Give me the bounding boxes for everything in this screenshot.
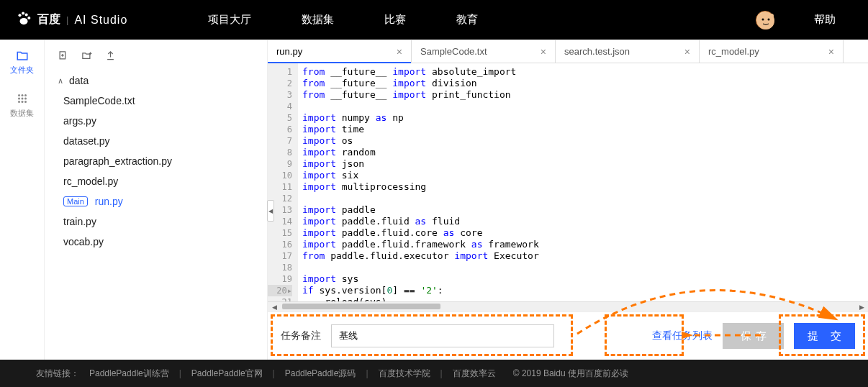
footer-link[interactable]: 百度效率云: [453, 368, 496, 380]
tree-file[interactable]: paragraph_extraction.py: [50, 151, 261, 171]
svg-point-17: [21, 101, 23, 103]
svg-point-4: [20, 18, 28, 24]
brand-studio: AI Studio: [74, 14, 127, 27]
svg-point-1: [22, 12, 24, 15]
tree-file[interactable]: rc_model.py: [50, 171, 261, 191]
svg-point-6: [762, 18, 764, 20]
footer-link[interactable]: PaddlePaddle训练营: [89, 368, 169, 380]
nav-item-competition[interactable]: 比赛: [384, 13, 406, 27]
code-text[interactable]: from __future__ import absolute_importfr…: [298, 63, 868, 301]
top-nav: 百度 | AI Studio 项目大厅 数据集 比赛 教育 帮助: [0, 0, 868, 40]
tree-toolbar: [50, 47, 261, 70]
nav-item-dataset[interactable]: 数据集: [302, 13, 334, 27]
nav-item-education[interactable]: 教育: [456, 13, 478, 27]
svg-point-13: [18, 97, 20, 99]
tree-file-active[interactable]: Mainrun.py: [50, 191, 261, 211]
tree-file[interactable]: SampleCode.txt: [50, 91, 261, 111]
nav-help[interactable]: 帮助: [814, 13, 836, 27]
horizontal-scrollbar[interactable]: ◀ ▶: [268, 301, 868, 311]
baidu-paw-icon: [16, 10, 32, 29]
svg-point-0: [18, 14, 21, 17]
nav-items: 项目大厅 数据集 比赛 教育: [208, 13, 478, 27]
svg-point-15: [24, 97, 27, 99]
svg-point-12: [24, 94, 27, 96]
svg-point-14: [21, 97, 23, 99]
footer-prefix: 友情链接：: [36, 368, 79, 380]
chevron-down-icon: ∧: [58, 76, 63, 86]
tab-search-json[interactable]: search.test.json×: [556, 40, 700, 63]
new-folder-icon[interactable]: [81, 50, 92, 63]
view-task-list-link[interactable]: 查看任务列表: [652, 329, 713, 342]
close-icon[interactable]: ×: [397, 46, 402, 58]
brand-sep: |: [66, 14, 68, 25]
upload-icon[interactable]: [105, 50, 116, 63]
svg-point-7: [768, 18, 770, 20]
tab-samplecode[interactable]: SampleCode.txt×: [412, 40, 556, 63]
logo[interactable]: 百度 | AI Studio: [0, 10, 143, 29]
footer-copyright: © 2019 Baidu 使用百度前必读: [513, 368, 628, 380]
gutter: 1234567891011121314151617181920▸21222324: [268, 63, 298, 301]
scroll-right-icon[interactable]: ▶: [856, 302, 867, 312]
svg-point-2: [25, 13, 28, 16]
svg-point-8: [758, 14, 762, 18]
main-badge: Main: [63, 196, 88, 206]
scroll-thumb[interactable]: [282, 304, 440, 309]
editor: ◀ run.py× SampleCode.txt× search.test.js…: [268, 40, 868, 360]
tree-folder-data[interactable]: ∧data: [50, 70, 261, 91]
close-icon[interactable]: ×: [828, 46, 834, 58]
new-file-icon[interactable]: [58, 50, 68, 63]
code-area[interactable]: 1234567891011121314151617181920▸21222324…: [268, 63, 868, 301]
footer: 友情链接： PaddlePaddle训练营| PaddlePaddle官网| P…: [0, 360, 868, 387]
side-tab-files[interactable]: 文件夹: [0, 40, 44, 83]
file-tree: ∧data SampleCode.txt args.py dataset.py …: [45, 40, 268, 360]
brand-baidu: 百度: [37, 12, 60, 27]
side-tab-files-label: 文件夹: [10, 65, 34, 76]
svg-point-3: [27, 17, 30, 19]
tree-file[interactable]: args.py: [50, 111, 261, 131]
svg-point-10: [18, 94, 20, 96]
footer-link[interactable]: PaddlePaddle官网: [191, 368, 263, 380]
svg-point-18: [24, 101, 27, 103]
bottom-bar: 任务备注 查看任务列表 保存 提 交: [268, 311, 868, 360]
side-tabs: 文件夹 数据集: [0, 40, 45, 360]
task-note-label: 任务备注: [281, 329, 321, 342]
save-button[interactable]: 保存: [723, 323, 784, 349]
submit-button[interactable]: 提 交: [794, 323, 855, 349]
svg-point-9: [769, 14, 774, 18]
tree-file[interactable]: vocab.py: [50, 232, 261, 252]
svg-point-11: [21, 94, 23, 96]
editor-tabs: run.py× SampleCode.txt× search.test.json…: [268, 40, 868, 63]
side-tab-dataset-label: 数据集: [10, 108, 34, 119]
nav-item-lobby[interactable]: 项目大厅: [208, 13, 251, 27]
task-note-input[interactable]: [331, 324, 554, 347]
avatar[interactable]: [756, 11, 774, 29]
tree-file[interactable]: dataset.py: [50, 131, 261, 151]
svg-point-16: [18, 101, 20, 103]
close-icon[interactable]: ×: [541, 46, 546, 58]
main: 文件夹 数据集 ∧data SampleCode.txt args.py dat…: [0, 40, 868, 360]
side-tab-dataset[interactable]: 数据集: [0, 83, 44, 127]
close-icon[interactable]: ×: [684, 46, 690, 58]
scroll-left-icon[interactable]: ◀: [269, 302, 279, 312]
collapse-handle-icon[interactable]: ◀: [267, 200, 274, 222]
footer-link[interactable]: PaddlePaddle源码: [285, 368, 356, 380]
tab-run-py[interactable]: run.py×: [268, 40, 412, 63]
footer-link[interactable]: 百度技术学院: [379, 368, 430, 380]
tab-rc-model[interactable]: rc_model.py×: [700, 40, 844, 63]
tree-file[interactable]: train.py: [50, 211, 261, 232]
